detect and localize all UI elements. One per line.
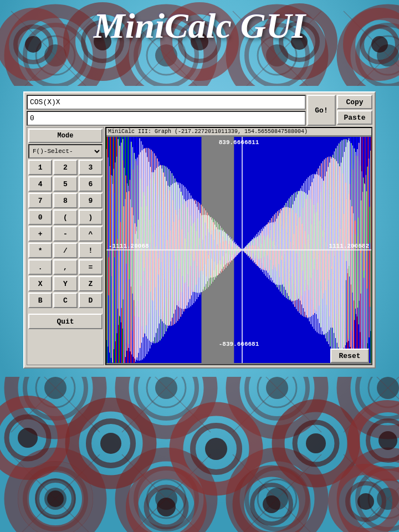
key-plus[interactable]: + (28, 226, 52, 242)
app-title: MiniCalc GUI (94, 6, 305, 47)
graph-label-bottom: -839.666681 (219, 341, 259, 347)
expression-input[interactable] (27, 95, 306, 110)
key-0[interactable]: 0 (28, 209, 52, 225)
key-3[interactable]: 3 (79, 160, 103, 175)
key-4[interactable]: 4 (28, 176, 52, 192)
graph-label-right: 1111.200682 (329, 243, 369, 249)
calc-panel: Go! Copy Paste Mode F()-Select- 1 2 3 4 … (23, 91, 376, 369)
key-b[interactable]: B (28, 293, 52, 308)
key-divide[interactable]: / (53, 243, 77, 258)
key-rparen[interactable]: ) (79, 209, 103, 225)
key-6[interactable]: 6 (79, 176, 103, 192)
key-c[interactable]: C (53, 293, 77, 308)
paste-button[interactable]: Paste (337, 110, 372, 125)
key-dot[interactable]: . (28, 259, 52, 275)
go-button[interactable]: Go! (307, 95, 336, 126)
key-2[interactable]: 2 (53, 160, 77, 175)
key-7[interactable]: 7 (28, 193, 52, 208)
key-1[interactable]: 1 (28, 160, 52, 175)
key-power[interactable]: ^ (79, 226, 103, 242)
graph-title: MiniCalc III: Graph (-217.2272011011339,… (106, 128, 371, 136)
key-x[interactable]: X (28, 276, 52, 291)
key-comma[interactable]: , (53, 259, 77, 275)
graph-canvas (106, 137, 372, 363)
copy-button[interactable]: Copy (337, 95, 372, 109)
key-d[interactable]: D (79, 293, 103, 308)
key-9[interactable]: 9 (79, 193, 103, 208)
key-equals[interactable]: = (79, 259, 103, 275)
function-select[interactable]: F()-Select- (28, 144, 103, 158)
graph-label-top: 839.6666811 (219, 139, 259, 146)
graph-area: MiniCalc III: Graph (-217.2272011011339,… (105, 127, 372, 365)
number-keys: 1 2 3 4 5 6 7 8 9 0 ( ) + - ^ * / ! . , (28, 160, 103, 308)
key-lparen[interactable]: ( (53, 209, 77, 225)
reset-button[interactable]: Reset (330, 349, 369, 363)
result-input[interactable] (27, 111, 306, 126)
key-factorial[interactable]: ! (79, 243, 103, 258)
key-y[interactable]: Y (53, 276, 77, 291)
key-minus[interactable]: - (53, 226, 77, 242)
key-8[interactable]: 8 (53, 193, 77, 208)
key-multiply[interactable]: * (28, 243, 52, 258)
quit-button[interactable]: Quit (28, 314, 103, 329)
graph-label-left: -1111.20068 (109, 243, 149, 249)
key-z[interactable]: Z (79, 276, 103, 291)
keypad: Mode F()-Select- 1 2 3 4 5 6 7 8 9 0 ( )… (27, 127, 104, 365)
mode-button[interactable]: Mode (28, 129, 103, 143)
key-5[interactable]: 5 (53, 176, 77, 192)
